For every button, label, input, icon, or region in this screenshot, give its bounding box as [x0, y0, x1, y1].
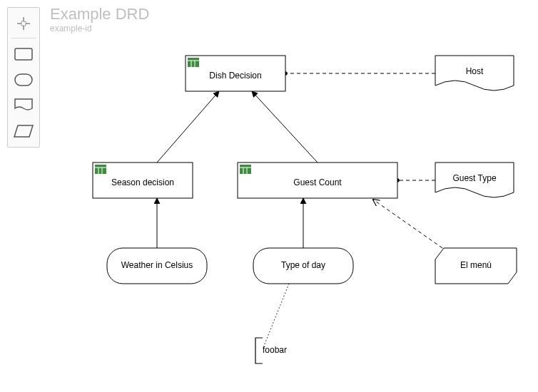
node-label: Guest Count — [293, 177, 342, 187]
decision-table-marker-icon — [240, 165, 251, 174]
drd-canvas[interactable]: Dish Decision Season decision Guest Coun… — [0, 0, 538, 392]
node-season-decision[interactable]: Season decision — [93, 163, 193, 198]
node-dish-decision[interactable]: Dish Decision — [186, 56, 285, 91]
node-weather-input[interactable]: Weather in Celsius — [107, 248, 207, 284]
decision-table-marker-icon — [188, 58, 199, 67]
node-guest-count[interactable]: Guest Count — [238, 163, 397, 198]
annotation-label: foobar — [263, 345, 287, 355]
edge-menu-to-guest[interactable] — [373, 200, 442, 248]
node-annotation[interactable]: foobar — [255, 338, 287, 363]
node-label: Season decision — [111, 177, 174, 187]
edge-season-to-dish[interactable] — [157, 91, 219, 163]
svg-rect-9 — [188, 58, 199, 67]
node-label: Dish Decision — [209, 71, 261, 81]
node-label: Type of day — [281, 260, 325, 270]
edge-guest-to-dish[interactable] — [252, 91, 318, 163]
node-host-knowledge-source[interactable]: Host — [435, 56, 514, 91]
node-menu-bkm[interactable]: El menú — [435, 248, 517, 284]
node-label: Weather in Celsius — [121, 260, 193, 270]
node-label: El menú — [460, 260, 492, 270]
svg-rect-14 — [95, 165, 106, 174]
decision-table-marker-icon — [95, 165, 106, 174]
node-daytype-input[interactable]: Type of day — [253, 248, 353, 284]
node-label: Host — [466, 66, 484, 76]
node-guesttype-knowledge-source[interactable]: Guest Type — [435, 163, 514, 197]
node-label: Guest Type — [452, 173, 496, 183]
svg-rect-19 — [240, 165, 251, 174]
edge-daytype-to-annotation[interactable] — [263, 284, 289, 349]
